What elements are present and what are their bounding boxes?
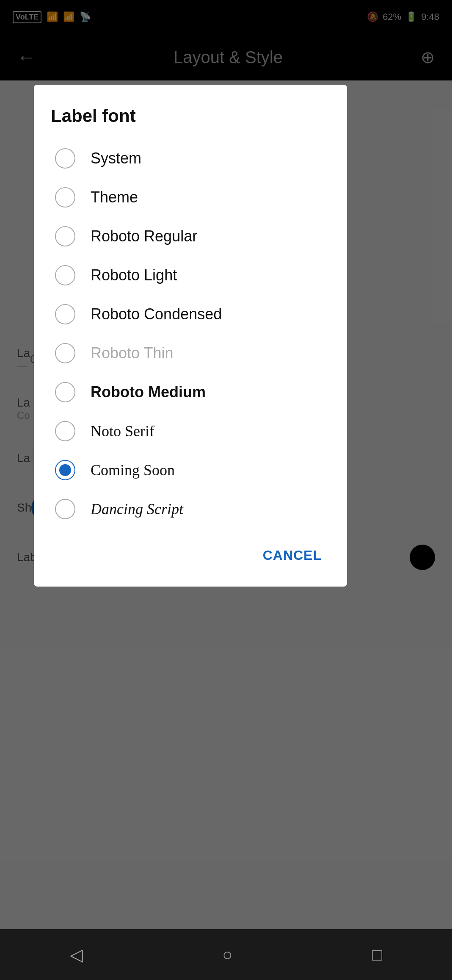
radio-circle-roboto-medium — [55, 382, 75, 402]
nav-recents-button[interactable]: □ — [372, 945, 382, 964]
nav-home-button[interactable]: ○ — [222, 945, 232, 964]
radio-circle-roboto-regular — [55, 226, 75, 246]
radio-label-roboto-condensed: Roboto Condensed — [91, 305, 222, 323]
radio-circle-roboto-thin — [55, 343, 75, 363]
radio-circle-theme — [55, 187, 75, 208]
dialog-overlay: Label font System Theme Roboto Regular R… — [0, 0, 452, 980]
radio-circle-noto-serif — [55, 421, 75, 441]
radio-circle-dancing-script — [55, 499, 75, 519]
radio-label-coming-soon: Coming Soon — [91, 461, 175, 479]
radio-roboto-condensed[interactable]: Roboto Condensed — [51, 295, 330, 334]
radio-label-system: System — [91, 149, 141, 167]
dialog-actions: CANCEL — [51, 537, 330, 570]
dialog-title: Label font — [51, 106, 330, 126]
cancel-button[interactable]: CANCEL — [254, 541, 330, 570]
radio-noto-serif[interactable]: Noto Serif — [51, 412, 330, 451]
bottom-nav: ◁ ○ □ — [0, 929, 452, 980]
radio-circle-roboto-light — [55, 265, 75, 285]
radio-label-roboto-regular: Roboto Regular — [91, 227, 197, 245]
radio-label-roboto-medium: Roboto Medium — [91, 383, 206, 401]
radio-roboto-medium[interactable]: Roboto Medium — [51, 373, 330, 412]
radio-circle-system — [55, 148, 75, 169]
radio-dancing-script[interactable]: Dancing Script — [51, 490, 330, 529]
radio-roboto-light[interactable]: Roboto Light — [51, 256, 330, 295]
radio-circle-coming-soon — [55, 460, 75, 480]
radio-label-roboto-light: Roboto Light — [91, 266, 177, 284]
radio-label-theme: Theme — [91, 188, 138, 206]
radio-label-roboto-thin: Roboto Thin — [91, 344, 173, 362]
radio-system[interactable]: System — [51, 139, 330, 178]
radio-circle-roboto-condensed — [55, 304, 75, 324]
radio-roboto-regular[interactable]: Roboto Regular — [51, 217, 330, 256]
radio-label-noto-serif: Noto Serif — [91, 422, 154, 440]
radio-coming-soon[interactable]: Coming Soon — [51, 451, 330, 490]
nav-back-button[interactable]: ◁ — [70, 945, 83, 964]
label-font-dialog: Label font System Theme Roboto Regular R… — [34, 85, 347, 587]
radio-theme[interactable]: Theme — [51, 178, 330, 217]
radio-roboto-thin[interactable]: Roboto Thin — [51, 334, 330, 373]
radio-label-dancing-script: Dancing Script — [91, 500, 183, 518]
